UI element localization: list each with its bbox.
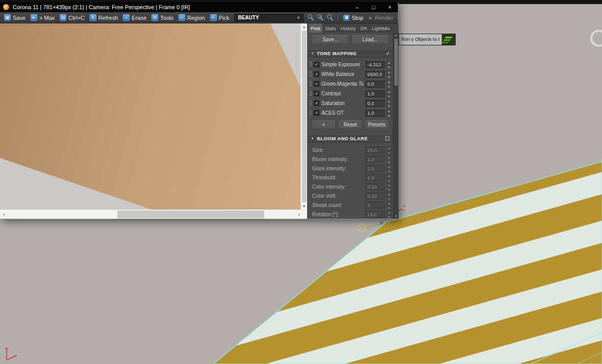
zoom-out-button[interactable]: − [306,13,316,22]
tab-post[interactable]: Post [309,23,322,33]
spinner[interactable]: ▲▼ [387,183,391,191]
refresh-button[interactable]: ↻ Refresh [87,13,121,22]
value-field[interactable]: 3 [365,201,385,209]
panel-tabs: Post Stats History DR LightMix [308,23,398,33]
tab-stats[interactable]: Stats [323,23,338,33]
layers-icon[interactable] [442,34,455,45]
tab-lightmix[interactable]: LightMix [370,23,392,33]
spinner[interactable]: ▲▼ [387,109,391,117]
param-row-color-shift: Color shift: 0,50 ▲▼ [308,191,393,200]
value-field[interactable]: 0,0 [365,100,385,107]
render-canvas[interactable] [0,23,300,210]
scroll-right-icon[interactable]: › [295,210,303,219]
checkbox[interactable]: ✓ [314,71,319,77]
value-field[interactable]: 15,0 [365,146,385,153]
value-field[interactable]: 0,50 [365,192,385,199]
tone-mapping-enabled-check-icon[interactable]: ✓ [386,51,390,56]
bloom-glare-enabled-checkbox[interactable] [385,136,390,141]
region-button[interactable]: ▭ Region [176,13,208,22]
scroll-up-icon[interactable]: ▲ [394,33,397,38]
spinner[interactable]: ▲▼ [387,201,391,209]
reset-button[interactable]: Reset [338,120,362,129]
render-horizontal-scrollbar[interactable]: ‹ › [0,210,307,219]
checkbox[interactable]: ✓ [314,91,319,96]
value-field[interactable]: 0,30 [365,183,385,190]
spinner[interactable]: ▲▼ [387,146,391,154]
scroll-up-icon[interactable]: ▲ [301,23,308,30]
tools-button[interactable]: ⚙ Tools [149,13,176,22]
value-field[interactable]: 15,0 [365,211,385,218]
titlebar[interactable]: Corona 11 | 781×439px (2:1) | Camera: Fr… [0,2,398,12]
region-icon: ▭ [179,14,185,21]
spinner[interactable]: ▲▼ [387,165,391,172]
drag-handle-icon[interactable] [310,81,312,87]
render-vertical-scrollbar[interactable]: ▲ ▼ [300,23,307,210]
spinner[interactable]: ▲▼ [387,174,391,181]
value-field[interactable]: 1,0 [365,165,385,172]
close-button[interactable]: × [382,2,398,12]
zoom-in-button[interactable]: + [316,13,325,22]
bloom-glare-header[interactable]: ▼ BLOOM AND GLARE [308,134,393,143]
spinner[interactable]: ▲▼ [387,80,391,88]
collapse-arrow-icon[interactable]: ▼ [311,137,314,140]
erase-button[interactable]: × Erase [120,13,149,22]
collapse-arrow-icon[interactable]: ▼ [311,51,314,55]
copy-button[interactable]: ▤ Ctrl+C [57,13,87,22]
pick-button[interactable]: ↖ Pick [208,13,232,22]
panel-scrollbar[interactable]: ▲ ▼ [393,33,398,219]
value-field[interactable]: 0,0 [365,81,385,88]
save-button[interactable]: ▦ Save [2,13,28,22]
spinner[interactable]: ▲▼ [387,90,391,97]
value-field[interactable]: 1,0 [365,155,385,163]
stop-icon [343,15,349,21]
presets-button[interactable]: Presets [365,120,389,129]
tab-history[interactable]: History [339,23,358,33]
load-preset-button[interactable]: Load... [352,35,389,44]
corona-vfb-window: Corona 11 | 781×439px (2:1) | Camera: Fr… [0,2,398,219]
add-operator-button[interactable]: + [312,120,336,129]
send-to-max-button[interactable]: ► > Max [28,13,57,22]
scroll-left-icon[interactable]: ‹ [0,210,8,219]
maximize-button[interactable]: □ [365,2,382,12]
value-field[interactable]: -4,312 [365,61,385,68]
checkbox[interactable]: ✓ [314,100,319,106]
minimize-button[interactable]: – [349,2,365,12]
spinner[interactable]: ▲▼ [387,192,391,200]
zoom-fit-button[interactable] [325,13,335,22]
param-row-saturation: ✓ Saturation 0,0 ▲▼ [308,98,393,108]
spinner[interactable]: ▲▼ [387,155,391,163]
spinner[interactable]: ▲▼ [387,99,391,107]
spinner[interactable]: ▲▼ [387,70,391,78]
drag-handle-icon[interactable] [310,91,312,96]
render-element-select[interactable]: BEAUTY ▼ [234,14,304,22]
checkbox[interactable]: ✓ [314,81,319,87]
horizontal-scroll-thumb[interactable] [117,211,264,218]
panel-scroll-thumb[interactable] [394,39,398,86]
render-play-icon: ► [368,15,373,20]
zoom-fit-icon [327,14,334,21]
value-field[interactable]: 1,0 [365,174,385,181]
param-row-rotation: Rotation [°]: 15,0 ▲▼ [308,210,393,219]
scroll-down-icon[interactable]: ▼ [394,214,397,219]
checkbox[interactable]: ✓ [314,110,319,116]
value-field[interactable]: 6500,0 [365,71,385,78]
spinner[interactable]: ▲▼ [387,61,391,68]
orbit-view-icon[interactable] [590,29,602,47]
drag-handle-icon[interactable] [310,71,312,77]
checkbox[interactable]: ✓ [314,62,319,67]
drag-handle-icon[interactable] [310,100,312,106]
drag-handle-icon[interactable] [310,110,312,116]
param-row-threshold: Threshold: 1,0 ▲▼ [308,173,393,182]
tab-dr[interactable]: DR [358,23,369,33]
save-preset-button[interactable]: Save... [312,35,349,44]
spinner[interactable]: ▲▼ [387,211,391,218]
render-button[interactable]: ► Render [366,13,396,22]
value-field[interactable]: 1,0 [365,90,385,97]
drag-handle-icon[interactable] [310,62,312,67]
stop-button[interactable]: Stop [341,13,366,22]
vertical-scroll-thumb[interactable] [302,31,307,202]
scroll-down-icon[interactable]: ▼ [301,203,308,210]
tone-mapping-header[interactable]: ▼ TONE MAPPING ✓ [308,49,393,58]
param-row-white-balance: ✓ White Balance 6500,0 ▲▼ [308,69,393,79]
value-field[interactable]: 1,0 [365,110,385,117]
